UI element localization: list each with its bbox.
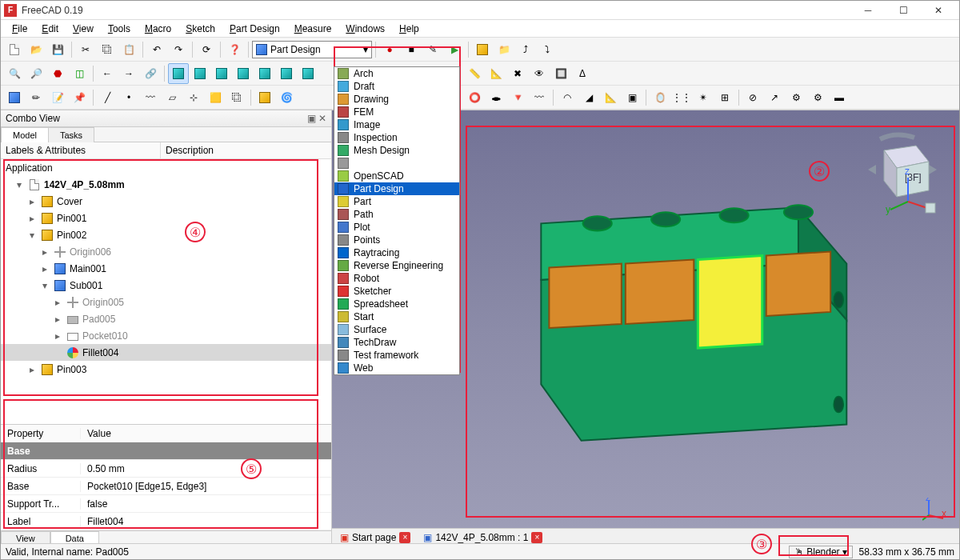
nav-fwd-icon[interactable]: → [118, 63, 139, 84]
close-button[interactable]: ✕ [921, 1, 956, 20]
workbench-selector[interactable]: Part Design ▾ [252, 41, 372, 58]
measure-linear-icon[interactable]: 📏 [464, 63, 485, 84]
workbench-item[interactable]: Sketcher [334, 285, 459, 298]
measure-angular-icon[interactable]: 📐 [486, 63, 506, 84]
minimize-button[interactable]: ─ [850, 1, 886, 20]
polar-pattern-icon[interactable]: ✴ [693, 87, 714, 108]
expand-icon[interactable]: ▾ [30, 230, 41, 241]
tree-item[interactable]: ▸Pin001 [1, 210, 331, 226]
panel-close-icon[interactable]: ▣ ✕ [307, 113, 326, 124]
property-row[interactable]: Support Tr...false [1, 495, 331, 513]
workbench-item[interactable]: Start [334, 310, 459, 323]
tree-item[interactable]: Fillet004 [1, 344, 331, 361]
workbench-item[interactable]: Arch [334, 67, 459, 80]
expand-icon[interactable]: ▸ [30, 364, 41, 375]
body-icon[interactable] [4, 87, 25, 108]
bbox-icon[interactable]: ◫ [69, 63, 90, 84]
involute-icon[interactable]: ⚙ [807, 87, 828, 108]
tree-item[interactable]: ▸Cover [1, 193, 331, 210]
macro-play-icon[interactable]: ▶ [444, 39, 465, 60]
undo-icon[interactable]: ↶ [146, 39, 167, 60]
workbench-item[interactable]: Plot [334, 221, 459, 234]
fit-all-icon[interactable]: 🔍 [4, 63, 25, 84]
boolean-icon[interactable]: ⊘ [742, 87, 763, 108]
menu-tools[interactable]: Tools [102, 22, 137, 36]
linear-pattern-icon[interactable]: ⋮⋮ [671, 87, 692, 108]
menu-file[interactable]: File [6, 22, 34, 36]
property-row[interactable]: BasePocket010 [Edge15, Edge3] [1, 478, 331, 495]
workbench-item[interactable]: Image [334, 118, 459, 131]
new-icon[interactable] [4, 39, 25, 60]
measure-toggle-icon[interactable]: 👁 [529, 63, 550, 84]
measure-clear-icon[interactable]: ✖ [507, 63, 528, 84]
property-grid[interactable]: Property Value Base Radius0.50 mmBasePoc… [1, 425, 331, 530]
thickness-icon[interactable]: ▣ [622, 87, 642, 108]
link-icon[interactable]: ⤴ [515, 39, 536, 60]
tree-item[interactable]: ▸Origin006 [1, 243, 331, 260]
subpipe-icon[interactable]: 〰 [529, 87, 550, 108]
workbench-dropdown[interactable]: ArchDraftDrawingFEMImageInspectionMesh D… [334, 66, 460, 375]
expand-icon[interactable]: ▸ [55, 314, 66, 325]
tree-item[interactable]: ▾Pin002 [1, 226, 331, 243]
tab-tasks[interactable]: Tasks [48, 127, 94, 142]
rear-view-icon[interactable] [254, 63, 275, 84]
menu-measure[interactable]: Measure [288, 22, 338, 36]
workbench-item[interactable]: Test framework [334, 349, 459, 362]
menu-view[interactable]: View [66, 22, 100, 36]
plane-icon[interactable]: ▱ [162, 87, 182, 108]
doctab-start[interactable]: ▣ Start page × [335, 531, 415, 544]
lcs-icon[interactable]: ⊹ [183, 87, 204, 108]
part-icon[interactable] [472, 39, 493, 60]
property-row[interactable]: Radius0.50 mm [1, 460, 331, 478]
menu-windows[interactable]: Windows [339, 22, 391, 36]
bottom-view-icon[interactable] [276, 63, 297, 84]
redo-icon[interactable]: ↷ [168, 39, 189, 60]
fit-sel-icon[interactable]: 🔎 [26, 63, 46, 84]
tree-item[interactable]: ▸Pad005 [1, 310, 331, 327]
doctab-model[interactable]: ▣ 142V_4P_5.08mm : 1 × [418, 531, 547, 544]
draft-icon[interactable]: 📐 [600, 87, 621, 108]
expand-icon[interactable]: ▸ [30, 196, 41, 207]
workbench-item[interactable]: Web [334, 362, 459, 374]
menu-sketch[interactable]: Sketch [179, 22, 222, 36]
tree-item[interactable]: ▸Origin005 [1, 294, 331, 310]
draw-style-icon[interactable]: ⬣ [47, 63, 68, 84]
close-icon[interactable]: × [399, 532, 410, 543]
navigation-cube[interactable]: [3F] z y x [852, 130, 940, 218]
refresh-icon[interactable]: ⟳ [196, 39, 217, 60]
point-icon[interactable]: • [118, 87, 139, 108]
workbench-item[interactable]: Spreadsheet [334, 298, 459, 310]
workbench-item[interactable]: Raytracing [334, 246, 459, 259]
revolution-icon[interactable]: 🌀 [276, 87, 297, 108]
right-view-icon[interactable] [233, 63, 254, 84]
property-value[interactable]: Fillet004 [81, 516, 331, 527]
tab-model[interactable]: Model [1, 127, 49, 142]
macro-stop-icon[interactable]: ■ [401, 39, 422, 60]
front-view-icon[interactable] [190, 63, 210, 84]
expand-icon[interactable]: ▸ [55, 330, 66, 342]
fillet-icon[interactable]: ◠ [557, 87, 578, 108]
workbench-item[interactable]: Points [334, 234, 459, 246]
menu-help[interactable]: Help [393, 22, 426, 36]
tree-item[interactable]: ▸Pin003 [1, 361, 331, 378]
paste-icon[interactable]: 📋 [118, 39, 139, 60]
workbench-item[interactable]: FEM [334, 106, 459, 118]
tree-panel[interactable]: Labels & Attributes Description Applicat… [1, 142, 331, 424]
workbench-item[interactable]: Inspection [334, 131, 459, 144]
menu-partdesign[interactable]: Part Design [223, 22, 286, 36]
expand-icon[interactable]: ▸ [42, 263, 54, 274]
property-value[interactable]: false [81, 498, 331, 510]
expand-icon[interactable]: ▾ [17, 179, 28, 190]
multitransform-icon[interactable]: ⊞ [714, 87, 735, 108]
map-sketch-icon[interactable]: 📌 [69, 87, 90, 108]
property-value[interactable]: Pocket010 [Edge15, Edge3] [81, 481, 331, 492]
workbench-item[interactable]: OpenSCAD [334, 170, 459, 182]
workbench-item[interactable]: Mesh Design [334, 144, 459, 157]
maximize-button[interactable]: ☐ [886, 1, 921, 20]
link-group-icon[interactable]: ⤵ [537, 39, 558, 60]
top-view-icon[interactable] [211, 63, 232, 84]
line-icon[interactable]: ╱ [97, 87, 118, 108]
iso-view-icon[interactable] [168, 63, 189, 84]
workbench-item[interactable]: Path [334, 208, 459, 221]
close-icon[interactable]: × [531, 532, 542, 543]
